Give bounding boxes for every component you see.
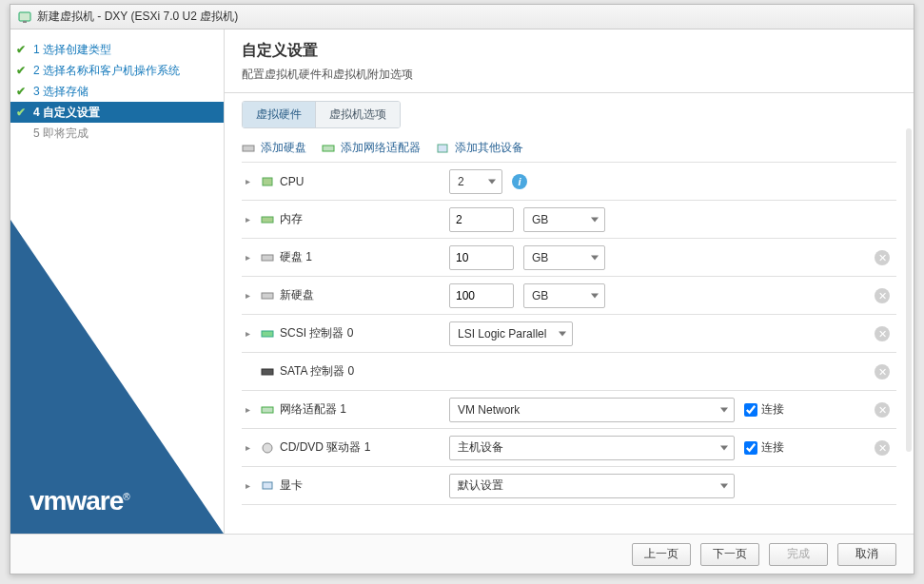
memory-icon xyxy=(261,214,274,225)
device-toolbar: 添加硬盘 添加网络适配器 添加其他设备 xyxy=(242,140,896,156)
sata-icon xyxy=(261,366,274,378)
step-storage[interactable]: ✔3 选择存储 xyxy=(10,81,224,102)
svg-rect-11 xyxy=(262,407,273,413)
row-video: ▸ 显卡 默认设置 xyxy=(242,467,896,505)
back-button[interactable]: 上一页 xyxy=(632,543,691,566)
tab-options[interactable]: 虚拟机选项 xyxy=(316,102,400,127)
svg-point-12 xyxy=(263,443,272,453)
new-vm-dialog: 新建虚拟机 - DXY (ESXi 7.0 U2 虚拟机) ✔1 选择创建类型 … xyxy=(10,4,914,574)
disk-icon xyxy=(242,142,255,155)
step-name-os[interactable]: ✔2 选择名称和客户机操作系统 xyxy=(10,60,224,81)
device-icon xyxy=(436,142,449,155)
row-cpu: ▸ CPU 2 i xyxy=(242,163,896,201)
svg-rect-2 xyxy=(243,146,254,151)
svg-rect-8 xyxy=(262,293,273,299)
add-nic-button[interactable]: 添加网络适配器 xyxy=(322,140,421,156)
cdrom-icon xyxy=(261,442,274,454)
remove-cdrom-button[interactable]: ✕ xyxy=(875,440,890,456)
expand-icon[interactable]: ▸ xyxy=(246,252,255,263)
vmware-logo: vmware® xyxy=(29,486,129,516)
tabs: 虚拟硬件 虚拟机选项 xyxy=(242,101,401,128)
add-disk-button[interactable]: 添加硬盘 xyxy=(242,140,306,156)
remove-sata-button[interactable]: ✕ xyxy=(875,364,890,380)
cdrom-connect-checkbox[interactable]: 连接 xyxy=(744,439,784,456)
disk1-unit-select[interactable]: GB xyxy=(523,245,605,270)
add-other-button[interactable]: 添加其他设备 xyxy=(436,140,523,156)
expand-icon[interactable]: ▸ xyxy=(246,442,255,453)
expand-icon[interactable]: ▸ xyxy=(246,214,255,224)
step-customize[interactable]: ✔4 自定义设置 xyxy=(10,102,224,123)
svg-rect-5 xyxy=(263,178,272,185)
remove-nic1-button[interactable]: ✕ xyxy=(875,402,890,418)
cpu-icon xyxy=(261,176,274,187)
wizard-steps: ✔1 选择创建类型 ✔2 选择名称和客户机操作系统 ✔3 选择存储 ✔4 自定义… xyxy=(10,29,225,534)
expand-icon[interactable]: ▸ xyxy=(246,328,255,339)
video-select[interactable]: 默认设置 xyxy=(449,474,735,498)
remove-newdisk-button[interactable]: ✕ xyxy=(875,288,890,303)
svg-rect-6 xyxy=(262,217,273,223)
cdrom-source-select[interactable]: 主机设备 xyxy=(449,436,735,460)
row-newdisk: ▸ 新硬盘 GB ✕ xyxy=(242,277,896,315)
page-title: 自定义设置 xyxy=(242,41,896,61)
title-text: 新建虚拟机 - DXY (ESXi 7.0 U2 虚拟机) xyxy=(37,9,238,25)
step-ready: ✔5 即将完成 xyxy=(10,123,224,144)
scsi-type-select[interactable]: LSI Logic Parallel xyxy=(449,321,573,346)
disk-icon xyxy=(261,290,274,302)
titlebar[interactable]: 新建虚拟机 - DXY (ESXi 7.0 U2 虚拟机) xyxy=(10,5,914,29)
nic-network-select[interactable]: VM Network xyxy=(449,398,735,422)
page-subtitle: 配置虚拟机硬件和虚拟机附加选项 xyxy=(242,67,896,83)
nic-icon xyxy=(322,142,335,155)
scsi-icon xyxy=(261,328,274,340)
remove-disk1-button[interactable]: ✕ xyxy=(875,250,890,265)
svg-rect-1 xyxy=(23,21,27,23)
row-disk1: ▸ 硬盘 1 GB ✕ xyxy=(242,239,896,277)
newdisk-unit-select[interactable]: GB xyxy=(523,283,605,308)
svg-rect-9 xyxy=(262,331,273,337)
svg-rect-7 xyxy=(262,255,273,261)
tab-hardware[interactable]: 虚拟硬件 xyxy=(243,102,316,127)
svg-rect-10 xyxy=(262,369,273,375)
row-nic1: ▸ 网络适配器 1 VM Network 连接 ✕ xyxy=(242,391,896,429)
vm-icon xyxy=(18,10,31,24)
video-icon xyxy=(261,480,274,492)
newdisk-input[interactable] xyxy=(449,283,514,308)
next-button[interactable]: 下一页 xyxy=(700,543,759,566)
remove-scsi-button[interactable]: ✕ xyxy=(875,326,890,341)
logo-area: vmware® xyxy=(10,220,224,534)
nic-connect-checkbox[interactable]: 连接 xyxy=(744,401,784,418)
svg-rect-3 xyxy=(323,146,334,151)
expand-icon[interactable]: ▸ xyxy=(246,480,255,491)
info-icon[interactable]: i xyxy=(512,174,527,189)
cpu-select[interactable]: 2 xyxy=(449,169,502,194)
hardware-rows: ▸ CPU 2 i ▸ xyxy=(242,162,896,505)
disk-icon xyxy=(261,252,274,263)
expand-icon[interactable]: ▸ xyxy=(246,290,255,301)
row-sata: ▸ SATA 控制器 0 ✕ xyxy=(242,353,896,391)
svg-rect-0 xyxy=(19,12,30,21)
step-create-type[interactable]: ✔1 选择创建类型 xyxy=(10,39,224,60)
svg-rect-4 xyxy=(438,145,447,152)
cancel-button[interactable]: 取消 xyxy=(837,543,896,566)
nic-icon xyxy=(261,404,274,416)
row-cdrom: ▸ CD/DVD 驱动器 1 主机设备 连接 ✕ xyxy=(242,429,896,467)
memory-input[interactable] xyxy=(449,207,514,232)
finish-button: 完成 xyxy=(769,543,828,566)
row-memory: ▸ 内存 GB xyxy=(242,201,896,239)
scrollbar[interactable] xyxy=(906,128,912,452)
expand-icon[interactable]: ▸ xyxy=(246,176,255,186)
page-header: 自定义设置 配置虚拟机硬件和虚拟机附加选项 xyxy=(225,29,914,93)
svg-rect-13 xyxy=(263,482,272,489)
wizard-footer: 上一页 下一页 完成 取消 xyxy=(10,534,914,574)
memory-unit-select[interactable]: GB xyxy=(523,207,605,232)
row-scsi: ▸ SCSI 控制器 0 LSI Logic Parallel ✕ xyxy=(242,315,896,353)
expand-icon[interactable]: ▸ xyxy=(246,404,255,415)
disk1-input[interactable] xyxy=(449,245,514,270)
